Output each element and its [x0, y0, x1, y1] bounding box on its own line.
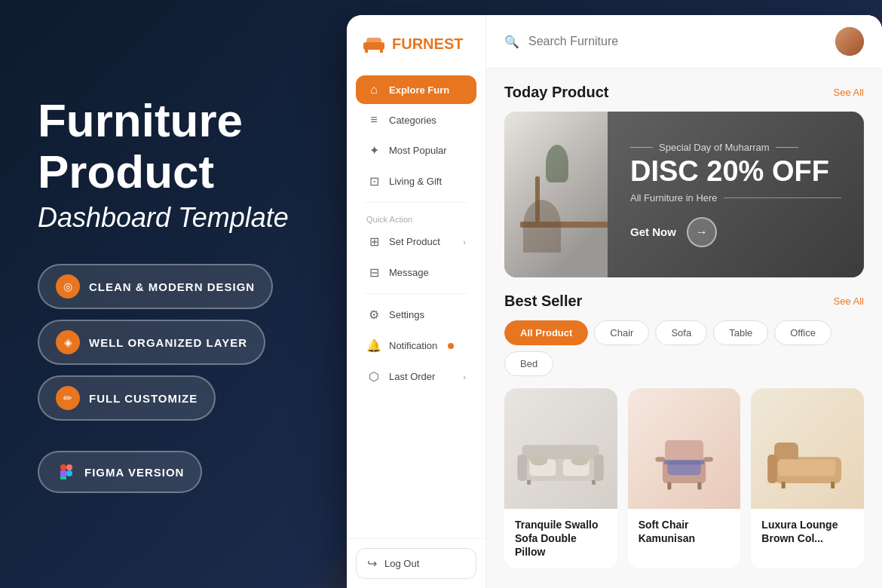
promo-features: ◎ CLEAN & MODERN DESIGN ◈ WELL ORGANIZED…	[38, 264, 309, 421]
header: 🔍	[486, 15, 882, 69]
nav-label-setproduct: Set Product	[389, 236, 440, 247]
best-seller-title: Best Seller	[504, 292, 582, 310]
figma-badge-text: FIGMA VERSION	[84, 466, 184, 479]
product-card-info-2: Soft Chair Kamunisan	[628, 509, 741, 554]
banner-chair-decoration	[523, 200, 561, 253]
banner-subtitle: Special Day of Muharram	[630, 142, 841, 153]
filter-tab-all[interactable]: All Product	[504, 320, 588, 345]
avatar	[835, 27, 864, 56]
nav-label-settings: Settings	[389, 309, 424, 320]
sidebar-item-settings[interactable]: ⚙ Settings	[356, 300, 476, 329]
svg-rect-21	[655, 457, 665, 461]
product-grid: Tranquile Swallo Sofa Double Pillow	[504, 388, 864, 568]
app-window: FURNEST ⌂ Explore Furn ≡ Categories ✦ Mo…	[347, 15, 882, 588]
sidebar-item-popular[interactable]: ✦ Most Popular	[356, 136, 476, 165]
logo-icon	[362, 33, 386, 54]
promo-banner: Special Day of Muharram DISC 20% OFF All…	[504, 112, 864, 277]
filter-tab-table[interactable]: Table	[713, 320, 768, 345]
promo-subtitle: Dashboard Template	[38, 202, 309, 234]
notification-icon: 🔔	[366, 338, 381, 353]
filter-tabs: All Product Chair Sofa Table Office Bed	[504, 320, 864, 376]
living-icon: ⊡	[366, 174, 381, 188]
svg-rect-1	[60, 470, 66, 476]
product-image-2	[628, 388, 741, 509]
notification-dot	[448, 343, 454, 349]
chevron-setproduct: ›	[463, 237, 466, 247]
product-card-info-1: Tranquile Swallo Sofa Double Pillow	[504, 509, 617, 568]
svg-rect-28	[774, 443, 798, 461]
feature-label-2: WELL ORGANIZED LAYER	[89, 336, 247, 349]
chevron-lastorder: ›	[463, 372, 466, 381]
svg-rect-17	[527, 480, 531, 485]
search-input[interactable]	[528, 35, 826, 48]
svg-rect-11	[518, 455, 528, 481]
sidebar-logo: FURNEST	[347, 15, 485, 69]
nav-label-message: Message	[389, 267, 429, 278]
customize-icon: ✏	[56, 386, 80, 410]
logo-text: FURNEST	[392, 35, 463, 53]
product-card-3[interactable]: Luxura Lounge Brown Col...	[751, 388, 864, 568]
svg-point-15	[531, 456, 548, 466]
svg-rect-8	[366, 38, 381, 44]
logout-icon: ↪	[367, 556, 377, 571]
product-name-1: Tranquile Swallo Sofa Double Pillow	[515, 518, 607, 559]
settings-icon: ⚙	[366, 308, 381, 322]
avatar-image	[835, 27, 864, 56]
cta-button[interactable]: →	[687, 217, 717, 247]
feature-item-1: ◎ CLEAN & MODERN DESIGN	[38, 264, 273, 309]
setproduct-icon: ⊞	[366, 234, 381, 249]
sidebar-item-lastorder[interactable]: ⬡ Last Order ›	[356, 362, 476, 391]
home-icon: ⌂	[366, 83, 381, 96]
figma-badge[interactable]: FIGMA VERSION	[38, 451, 202, 493]
product-card-info-3: Luxura Lounge Brown Col...	[751, 509, 864, 554]
today-product-see-all[interactable]: See All	[834, 87, 864, 98]
sidebar-item-notification[interactable]: 🔔 Notification	[356, 331, 476, 360]
search-icon: 🔍	[504, 35, 519, 49]
feature-item-2: ◈ WELL ORGANIZED LAYER	[38, 320, 265, 365]
product-name-3: Luxura Lounge Brown Col...	[761, 518, 853, 545]
lastorder-icon: ⬡	[366, 369, 381, 384]
product-card-2[interactable]: Soft Chair Kamunisan	[628, 388, 741, 568]
sidebar-item-message[interactable]: ⊟ Message	[356, 258, 476, 287]
svg-rect-2	[60, 476, 66, 479]
cta-text: Get Now	[630, 225, 676, 238]
sidebar-item-setproduct[interactable]: ⊞ Set Product ›	[356, 227, 476, 256]
nav-label-popular: Most Popular	[389, 145, 447, 156]
sidebar-item-living[interactable]: ⊡ Living & Gift	[356, 167, 476, 196]
sidebar-divider-2	[365, 293, 467, 294]
product-card-1[interactable]: Tranquile Swallo Sofa Double Pillow	[504, 388, 617, 568]
product-name-2: Soft Chair Kamunisan	[639, 518, 730, 545]
logout-button[interactable]: ↪ Log Out	[356, 548, 476, 579]
filter-tab-office[interactable]: Office	[774, 320, 831, 345]
nav-label-notification: Notification	[389, 340, 437, 351]
product-image-1	[504, 388, 617, 509]
banner-content: Special Day of Muharram DISC 20% OFF All…	[608, 112, 864, 277]
banner-silhouette	[504, 112, 608, 277]
promo-title: Furniture Product	[38, 95, 309, 198]
logout-label: Log Out	[384, 558, 419, 569]
best-seller-see-all[interactable]: See All	[834, 296, 864, 307]
categories-icon: ≡	[366, 113, 381, 127]
filter-tab-bed[interactable]: Bed	[504, 351, 553, 376]
svg-rect-22	[703, 457, 713, 461]
filter-tab-sofa[interactable]: Sofa	[655, 320, 707, 345]
banner-image	[504, 112, 608, 277]
today-product-title: Today Product	[504, 84, 609, 101]
product-image-3	[751, 388, 864, 509]
figma-icon	[56, 461, 77, 482]
sidebar-item-explore[interactable]: ⌂ Explore Furn	[356, 75, 476, 104]
svg-rect-25	[667, 482, 671, 490]
svg-rect-31	[781, 482, 785, 488]
svg-rect-12	[594, 455, 604, 481]
svg-rect-20	[665, 440, 703, 462]
nav-label-explore: Explore Furn	[389, 84, 449, 96]
main-content: 🔍 Today Product See All	[486, 15, 882, 588]
nav-label-lastorder: Last Order	[389, 371, 435, 382]
svg-rect-0	[60, 464, 66, 470]
filter-tab-chair[interactable]: Chair	[594, 320, 649, 345]
sidebar-item-categories[interactable]: ≡ Categories	[356, 106, 476, 134]
svg-rect-24	[664, 460, 704, 464]
best-seller-section-header: Best Seller See All	[504, 292, 864, 310]
svg-rect-30	[767, 455, 777, 483]
sidebar-bottom: ↪ Log Out	[347, 538, 485, 588]
